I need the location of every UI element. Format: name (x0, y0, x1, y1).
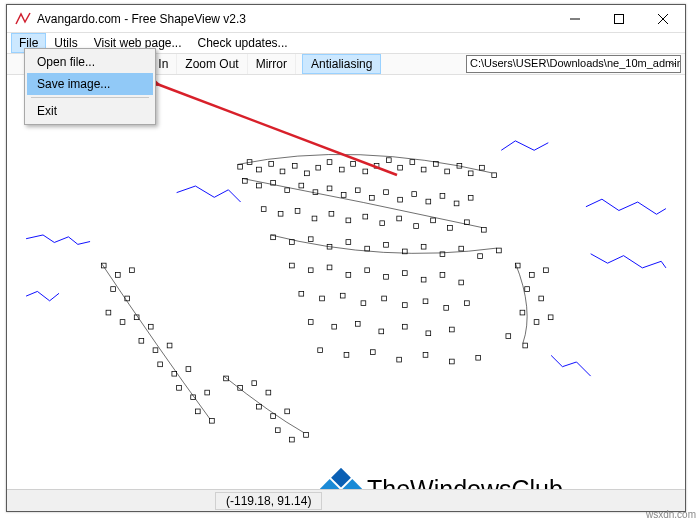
svg-rect-39 (412, 192, 417, 197)
svg-rect-103 (476, 355, 481, 360)
svg-rect-8 (280, 169, 285, 174)
svg-rect-9 (292, 163, 297, 168)
svg-rect-57 (481, 227, 486, 232)
svg-rect-112 (148, 324, 153, 329)
svg-rect-54 (431, 218, 436, 223)
svg-rect-6 (257, 167, 262, 172)
file-path-field[interactable]: C:\Users\USER\Downloads\ne_10m_admin_0_b… (466, 55, 681, 73)
svg-rect-50 (363, 214, 368, 219)
svg-rect-87 (423, 299, 428, 304)
statusbar: (-119.18, 91.14) (7, 489, 685, 511)
svg-rect-52 (397, 216, 402, 221)
svg-rect-37 (384, 190, 389, 195)
svg-rect-100 (397, 357, 402, 362)
svg-rect-71 (290, 263, 295, 268)
svg-rect-118 (186, 367, 191, 372)
svg-rect-89 (465, 301, 470, 306)
svg-rect-34 (341, 193, 346, 198)
minimize-button[interactable] (553, 5, 597, 33)
site-credit: wsxdn.com (646, 509, 696, 520)
menu-open-file[interactable]: Open file... (27, 51, 153, 73)
svg-rect-69 (478, 254, 483, 259)
svg-rect-25 (480, 165, 485, 170)
status-coordinates: (-119.18, 91.14) (215, 492, 322, 510)
svg-rect-15 (363, 169, 368, 174)
svg-rect-99 (370, 350, 375, 355)
svg-rect-36 (370, 195, 375, 200)
svg-rect-132 (290, 437, 295, 442)
svg-rect-106 (130, 268, 135, 273)
map-canvas[interactable]: TheWindowsClub (7, 75, 685, 489)
svg-rect-80 (459, 280, 464, 285)
svg-rect-131 (275, 428, 280, 433)
svg-rect-98 (344, 353, 349, 358)
svg-rect-42 (454, 201, 459, 206)
svg-rect-46 (295, 209, 300, 214)
file-menu-dropdown: Open file... Save image... Exit (24, 48, 156, 125)
watermark-text: TheWindowsClub (367, 475, 563, 489)
svg-rect-35 (355, 188, 360, 193)
svg-rect-48 (329, 211, 334, 216)
svg-rect-41 (440, 194, 445, 199)
svg-rect-119 (177, 386, 182, 391)
svg-rect-101 (423, 353, 428, 358)
svg-rect-73 (327, 265, 332, 270)
svg-rect-79 (440, 273, 445, 278)
svg-rect-45 (278, 211, 283, 216)
svg-rect-30 (285, 188, 290, 193)
map-render (7, 75, 685, 489)
chevron-down-icon[interactable] (666, 56, 680, 72)
svg-rect-140 (534, 320, 539, 325)
close-icon (658, 14, 668, 24)
svg-rect-60 (308, 237, 313, 242)
svg-rect-22 (445, 169, 450, 174)
svg-rect-94 (402, 324, 407, 329)
menu-exit[interactable]: Exit (27, 100, 153, 122)
svg-rect-1 (615, 14, 624, 23)
svg-rect-51 (380, 221, 385, 226)
svg-rect-121 (205, 390, 210, 395)
svg-rect-72 (308, 268, 313, 273)
svg-rect-49 (346, 218, 351, 223)
svg-rect-136 (544, 268, 549, 273)
svg-rect-43 (468, 195, 473, 200)
svg-rect-40 (426, 199, 431, 204)
close-button[interactable] (641, 5, 685, 33)
window-title: Avangardo.com - Free ShapeView v2.3 (37, 12, 553, 26)
svg-rect-141 (548, 315, 553, 320)
svg-rect-122 (195, 409, 200, 414)
svg-rect-11 (316, 165, 321, 170)
svg-rect-127 (266, 390, 271, 395)
menu-check-updates[interactable]: Check updates... (190, 33, 296, 53)
svg-rect-70 (497, 248, 502, 253)
svg-rect-78 (421, 277, 426, 282)
svg-rect-109 (106, 310, 111, 315)
svg-rect-32 (313, 190, 318, 195)
svg-rect-135 (529, 273, 534, 278)
svg-rect-110 (120, 320, 125, 325)
svg-rect-33 (327, 186, 332, 191)
maximize-icon (614, 14, 624, 24)
svg-rect-38 (398, 197, 403, 202)
svg-rect-19 (410, 160, 415, 165)
svg-rect-83 (340, 293, 345, 298)
svg-rect-108 (125, 296, 130, 301)
file-path-value: C:\Users\USER\Downloads\ne_10m_admin_0_b… (470, 57, 681, 69)
svg-rect-4 (238, 164, 243, 169)
svg-rect-142 (506, 334, 511, 339)
titlebar: Avangardo.com - Free ShapeView v2.3 (7, 5, 685, 33)
svg-rect-138 (539, 296, 544, 301)
antialiasing-toggle[interactable]: Antialiasing (302, 54, 381, 74)
svg-rect-66 (421, 244, 426, 249)
mirror-button[interactable]: Mirror (248, 54, 296, 74)
menu-save-image[interactable]: Save image... (27, 73, 153, 95)
svg-rect-7 (269, 162, 274, 167)
zoom-out-button[interactable]: Zoom Out (177, 54, 247, 74)
maximize-button[interactable] (597, 5, 641, 33)
svg-rect-28 (257, 183, 262, 188)
svg-rect-105 (115, 273, 120, 278)
svg-rect-97 (318, 348, 323, 353)
svg-rect-14 (351, 162, 356, 167)
svg-rect-139 (520, 310, 525, 315)
svg-rect-128 (257, 404, 262, 409)
